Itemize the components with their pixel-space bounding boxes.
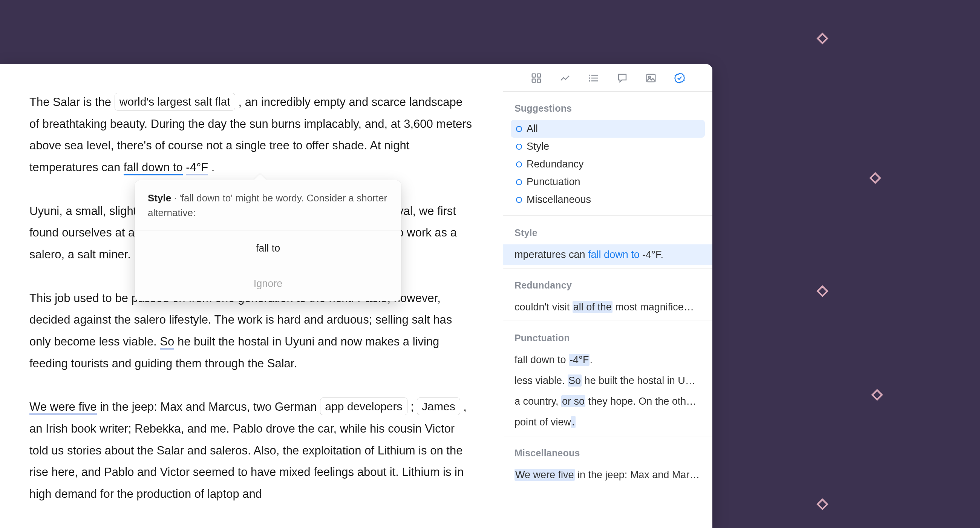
text: a country, — [514, 396, 561, 407]
popover-message: 'fall down to' might be wordy. Consider … — [148, 192, 387, 219]
ignore-button[interactable]: Ignore — [135, 266, 401, 301]
text: most magnifice… — [612, 301, 694, 313]
radio-icon — [516, 161, 522, 167]
text: they hope. On the oth… — [585, 396, 696, 407]
filter-redundancy[interactable]: Redundancy — [511, 155, 705, 173]
highlight: . — [571, 416, 576, 428]
suggestion-item[interactable]: a country, or so they hope. On the oth… — [503, 391, 713, 412]
sidebar-toolbar — [503, 64, 713, 92]
svg-rect-10 — [646, 74, 655, 82]
radio-icon — [516, 144, 522, 150]
trend-icon[interactable] — [559, 73, 571, 83]
punctuation-underline[interactable]: So — [160, 335, 174, 349]
diamond-icon — [871, 388, 883, 401]
radio-icon — [516, 179, 522, 185]
punctuation-underline[interactable]: -4°F — [186, 161, 208, 175]
group-style: Style mperatures can fall down to -4°F. — [503, 216, 713, 268]
style-underline[interactable]: fall down to — [124, 161, 183, 175]
diamond-icon — [816, 285, 829, 298]
suggestions-heading: Suggestions — [503, 92, 713, 120]
filter-label: Redundancy — [527, 158, 584, 170]
popover-category: Style — [148, 192, 171, 204]
suggestion-item[interactable]: fall down to -4°F. — [503, 349, 713, 370]
filter-label: Style — [527, 141, 549, 152]
highlight: all of the — [573, 301, 612, 313]
svg-point-9 — [589, 81, 590, 81]
svg-point-7 — [589, 75, 590, 75]
image-icon[interactable] — [645, 73, 657, 83]
highlight: So — [568, 375, 582, 386]
highlight: fall down to — [588, 249, 640, 260]
list-icon[interactable] — [588, 73, 599, 83]
diamond-icon — [869, 172, 881, 184]
text: . — [212, 161, 215, 174]
svg-rect-1 — [537, 74, 541, 77]
group-miscellaneous: Miscellaneous We were five in the jeep: … — [503, 436, 713, 488]
suggestion-item[interactable]: We were five in the jeep: Max and Mar… — [503, 465, 713, 485]
suggestion-item[interactable]: couldn't visit all of the most magnifice… — [503, 297, 713, 317]
radio-icon — [516, 126, 522, 132]
paragraph[interactable]: We were five in the jeep: Max and Marcus… — [29, 396, 473, 505]
group-punctuation: Punctuation fall down to -4°F. less viab… — [503, 321, 713, 436]
text: mperatures can — [514, 249, 588, 260]
snippet-pill[interactable]: world's largest salt flat — [115, 93, 235, 110]
text: less viable. — [514, 375, 568, 386]
check-icon[interactable] — [674, 73, 685, 83]
filter-label: All — [527, 123, 538, 135]
text: The Salar is the — [29, 96, 115, 108]
svg-point-8 — [589, 78, 590, 78]
filter-style[interactable]: Style — [511, 138, 705, 155]
grid-icon[interactable] — [531, 73, 542, 83]
radio-icon — [516, 197, 522, 203]
text: fall down to — [514, 354, 569, 365]
writing-app-window: The Salar is the world's largest salt fl… — [0, 64, 713, 528]
separator-dot: · — [171, 192, 180, 204]
filter-label: Miscellaneous — [527, 194, 591, 206]
highlight: We were five — [514, 469, 575, 481]
misc-underline[interactable]: We were five — [29, 400, 97, 415]
text: couldn't visit — [514, 301, 573, 313]
text: . — [590, 354, 592, 365]
snippet-pill[interactable]: app developers — [320, 397, 407, 415]
text: , an Irish book writer; Rebekka, and me.… — [29, 400, 467, 501]
text: he built the hostal in U… — [582, 375, 695, 386]
suggestion-item[interactable]: less viable. So he built the hostal in U… — [503, 370, 713, 391]
text: -4°F. — [640, 249, 663, 260]
group-heading: Punctuation — [503, 321, 713, 349]
apply-suggestion-button[interactable]: fall to — [135, 230, 401, 266]
group-heading: Redundancy — [503, 268, 713, 297]
highlight: or so — [561, 395, 585, 407]
filter-punctuation[interactable]: Punctuation — [511, 173, 705, 191]
text: ; — [410, 400, 417, 413]
sidebar: Suggestions All Style Redundancy Punctua… — [503, 64, 713, 528]
filter-miscellaneous[interactable]: Miscellaneous — [511, 191, 705, 209]
text: point of view — [514, 416, 571, 428]
group-heading: Style — [503, 216, 713, 244]
svg-rect-2 — [532, 79, 535, 83]
svg-rect-0 — [532, 74, 535, 77]
highlight: -4°F — [569, 354, 590, 366]
text: in the jeep: Max and Mar… — [575, 469, 700, 480]
diamond-icon — [816, 498, 829, 510]
svg-rect-3 — [537, 79, 541, 83]
comment-icon[interactable] — [617, 73, 628, 83]
filter-label: Punctuation — [527, 176, 581, 188]
suggestion-item[interactable]: mperatures can fall down to -4°F. — [503, 244, 713, 265]
paragraph[interactable]: The Salar is the world's largest salt fl… — [29, 91, 473, 179]
suggestion-popover: Style · 'fall down to' might be wordy. C… — [135, 180, 401, 301]
editor-pane[interactable]: The Salar is the world's largest salt fl… — [0, 64, 503, 528]
group-redundancy: Redundancy couldn't visit all of the mos… — [503, 268, 713, 321]
filter-all[interactable]: All — [511, 120, 705, 138]
group-heading: Miscellaneous — [503, 436, 713, 465]
popover-header: Style · 'fall down to' might be wordy. C… — [135, 180, 401, 230]
diamond-icon — [816, 32, 829, 45]
snippet-pill[interactable]: James — [417, 397, 460, 415]
suggestion-item[interactable]: point of view. — [503, 412, 713, 432]
filter-list: All Style Redundancy Punctuation Miscell… — [503, 120, 713, 215]
text: in the jeep: Max and Marcus, two German — [100, 400, 320, 413]
